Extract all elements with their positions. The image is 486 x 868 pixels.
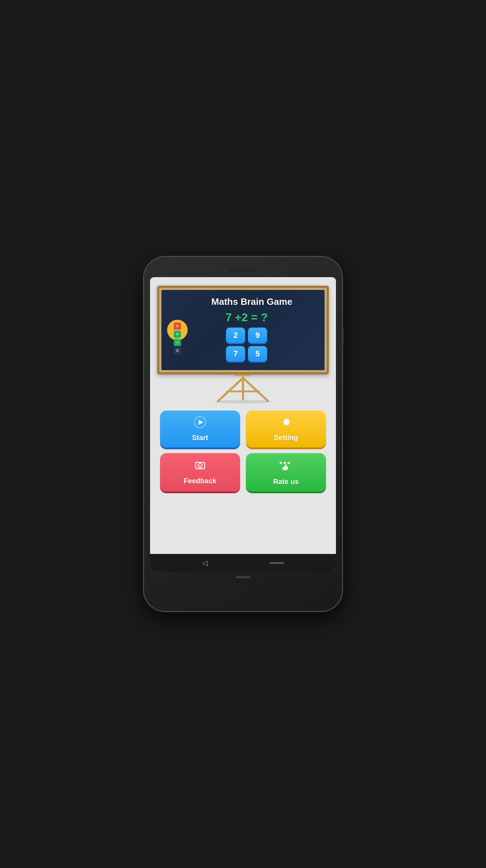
app-content: × + − = Maths Brain Game 7 +2 = ? (150, 277, 336, 554)
feedback-label: Feedback (184, 477, 216, 485)
home-indicator (270, 562, 284, 564)
svg-line-2 (243, 378, 268, 401)
phone-frame: × + − = Maths Brain Game 7 +2 = ? (144, 257, 342, 611)
answer-grid: 2 9 7 5 (226, 328, 267, 362)
rateus-label: Rate us (273, 478, 299, 486)
easel-legs (157, 374, 329, 403)
svg-marker-6 (199, 420, 203, 425)
svg-point-9 (199, 465, 200, 466)
phone-bottom-bar (150, 572, 336, 582)
start-label: Start (192, 434, 208, 442)
setting-label: Setting (274, 434, 298, 442)
svg-text:★★★: ★★★ (279, 461, 291, 466)
svg-line-1 (218, 378, 243, 401)
logo-multiply-icon: × (174, 323, 181, 330)
chalkboard-container: × + − = Maths Brain Game 7 +2 = ? (157, 286, 329, 403)
speaker (229, 269, 257, 271)
app-logo: × + − = (167, 320, 188, 340)
phone-chin (236, 576, 250, 578)
camera (178, 268, 182, 272)
phone-top-bar (150, 263, 336, 277)
svg-point-8 (198, 463, 202, 468)
easel-svg (208, 374, 278, 403)
back-icon[interactable]: ◁ (202, 559, 208, 567)
answer-btn-3[interactable]: 5 (248, 346, 267, 362)
feedback-icon (194, 460, 206, 474)
play-icon (194, 416, 206, 431)
answer-btn-0[interactable]: 2 (226, 328, 245, 343)
equation-display: 7 +2 = ? (225, 311, 267, 324)
rate-icon: ★★★ (279, 459, 293, 475)
chalkboard-inner: × + − = Maths Brain Game 7 +2 = ? (161, 290, 325, 370)
chalkboard-frame: × + − = Maths Brain Game 7 +2 = ? (157, 286, 329, 374)
logo-plus-icon: + (174, 331, 181, 338)
main-buttons-grid: Start Setting (157, 411, 329, 491)
rateus-button[interactable]: ★★★ Rate us (246, 453, 326, 491)
setting-button[interactable]: Setting (246, 411, 326, 447)
logo-equals-icon: = (174, 347, 181, 354)
answer-btn-2[interactable]: 7 (226, 346, 245, 362)
answer-btn-1[interactable]: 9 (248, 328, 267, 343)
svg-point-10 (201, 465, 201, 466)
phone-screen: × + − = Maths Brain Game 7 +2 = ? (150, 277, 336, 572)
volume-button (342, 328, 344, 345)
feedback-button[interactable]: Feedback (160, 453, 240, 491)
app-title: Maths Brain Game (211, 296, 292, 307)
gear-icon (280, 416, 292, 431)
logo-minus-icon: − (174, 339, 181, 346)
start-button[interactable]: Start (160, 411, 240, 447)
logo-circle: × + − = (167, 320, 188, 340)
navigation-bar: ◁ (150, 554, 336, 572)
